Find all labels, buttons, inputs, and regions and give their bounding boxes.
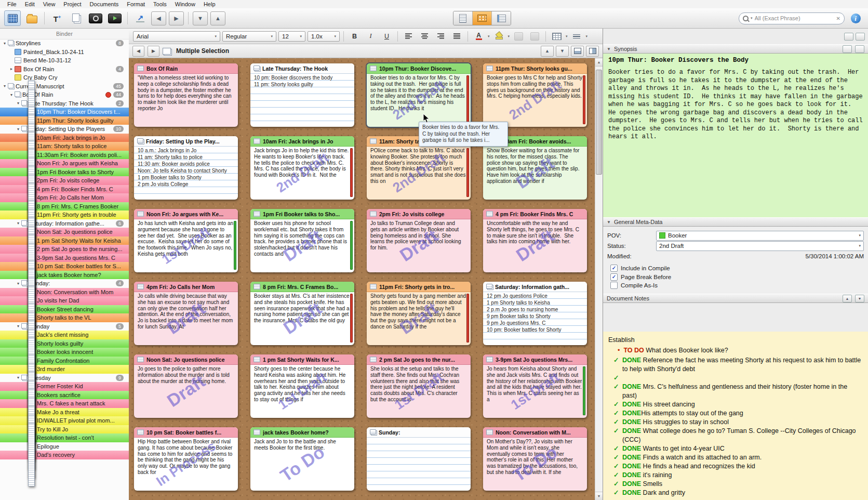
inspector-lock-icon[interactable] — [844, 33, 853, 41]
corkboard-scrollbar[interactable]: ▲ ▼ — [595, 58, 603, 500]
binder-item[interactable]: 1pm Fri Booker talks to Shorty — [0, 168, 129, 177]
binder-item[interactable]: Jack's client missing — [0, 331, 129, 339]
index-card[interactable]: Noon Sat: Jo questions policeJo goes to … — [134, 354, 238, 418]
move-down-button[interactable]: ▼ — [193, 11, 208, 25]
collections-button[interactable] — [23, 10, 40, 26]
text-color-button[interactable]: A — [472, 31, 486, 42]
italic-button[interactable]: I — [364, 31, 378, 42]
split-vertical-button[interactable] — [586, 46, 599, 57]
binder-item[interactable]: Noon: Conversation with Mom — [0, 288, 129, 297]
binder-item[interactable]: Cry Baby Cry — [0, 73, 129, 82]
binder-item[interactable]: 11:30am Fri: Booker avoids poli... — [0, 151, 129, 160]
move-up-button[interactable]: ▲ — [210, 11, 225, 25]
index-card[interactable]: 11pm Fri: Shorty gets in tro...Shorty ge… — [367, 282, 471, 345]
chevron-down-icon[interactable]: ▾ — [508, 34, 510, 38]
align-right-button[interactable] — [434, 31, 448, 42]
binder-item[interactable]: Family Confrontation — [0, 357, 129, 365]
index-card[interactable]: Noon: Conversation with M...On Mother's … — [483, 427, 587, 491]
index-card[interactable]: 2pm Fri: Jo visits collegeJo talks to Tr… — [367, 209, 471, 272]
binder-item[interactable]: ▾Storylines8 — [0, 39, 129, 48]
view-mode-document-button[interactable] — [453, 11, 472, 25]
binder-item[interactable]: ID/WALLET pivotal plot mom... — [0, 416, 129, 425]
search-clear-icon[interactable]: ✕ — [836, 16, 840, 21]
index-card[interactable]: 4pm Fri: Jo Calls her MomJo calls while … — [134, 282, 238, 345]
disclosure-triangle-icon[interactable]: ▾ — [2, 41, 8, 46]
notes-next-icon[interactable]: ▼ — [855, 295, 864, 302]
annotation-button[interactable] — [528, 31, 542, 42]
disclosure-triangle-icon[interactable]: ▾ — [15, 375, 21, 380]
binder-toggle-button[interactable] — [4, 10, 21, 26]
next-document-button[interactable]: ▼ — [556, 46, 569, 57]
binder-item[interactable]: 10 pm Sat: Booker battles for S... — [0, 262, 129, 271]
status-select[interactable]: 2nd Draft ▾ — [656, 241, 864, 251]
binder-item[interactable]: ▾Current Manuscript45 — [0, 82, 129, 91]
menu-help[interactable]: Help — [199, 1, 220, 7]
metadata-section-header[interactable]: ▼ General Meta-Data — [603, 217, 868, 227]
synopsis-auto-generate-icon[interactable] — [855, 45, 864, 53]
index-card[interactable]: 4 pm Fri: Booker Finds Mrs. CUncomfortab… — [483, 209, 587, 272]
index-card[interactable]: Sunday: — [367, 427, 471, 491]
index-card[interactable]: Friday: Setting Up the Play...10 a.m.: J… — [134, 136, 238, 200]
index-card[interactable]: Saturday: Information gath...12 pm Jo qu… — [483, 282, 587, 345]
binder-item[interactable]: ▾Tuesday9 — [0, 374, 129, 383]
line-spacing-select[interactable]: 1.0x▾ — [308, 31, 340, 42]
binder-item[interactable]: Epilogue — [0, 442, 129, 451]
font-style-select[interactable]: Regular▾ — [222, 31, 276, 42]
index-card[interactable]: jack takes Booker home?Jack and Jo to to… — [250, 427, 354, 491]
preserve-format-button[interactable] — [512, 31, 526, 42]
view-mode-outliner-button[interactable] — [491, 11, 511, 25]
align-center-button[interactable] — [418, 31, 432, 42]
binder-item[interactable]: Shorty talks to the VL — [0, 313, 129, 322]
binder-item[interactable]: 10am Fri: Jack brings in Jo — [0, 134, 129, 142]
font-family-select[interactable]: Arial▾ — [133, 31, 220, 42]
list-button[interactable] — [570, 31, 584, 42]
checkbox-checked-icon[interactable]: ✓ — [610, 273, 618, 281]
menu-format[interactable]: Format — [123, 1, 149, 7]
disclosure-triangle-icon[interactable]: ▾ — [8, 93, 15, 97]
history-back-button[interactable]: ◀ — [132, 46, 144, 57]
binder-item[interactable]: Noon Sat: Jo questions police — [0, 228, 129, 236]
chevron-down-icon[interactable]: ▾ — [566, 34, 568, 38]
highlight-button[interactable] — [492, 31, 506, 42]
index-card[interactable]: Box Of Rain"When a homeless street kid w… — [134, 63, 238, 127]
binder-item[interactable]: ▾Monday5 — [0, 322, 129, 331]
chevron-down-icon[interactable]: ▾ — [488, 34, 490, 38]
binder-item[interactable]: Try to Kill Jo — [0, 425, 129, 434]
binder-item[interactable]: Former Foster Kid — [0, 382, 129, 391]
menu-edit[interactable]: Edit — [21, 1, 39, 7]
forward-button[interactable]: ▶ — [169, 11, 184, 25]
binder-item[interactable]: 4 pm Fri: Booker Finds Mrs. C — [0, 185, 129, 194]
disclosure-triangle-icon[interactable]: ▾ — [2, 84, 8, 88]
index-card[interactable]: Noon Fri: Jo argues with Ke...Jo has lun… — [134, 209, 238, 272]
binder-item[interactable]: Booker looks innocent — [0, 348, 129, 357]
compose-mode-button[interactable] — [87, 10, 104, 26]
disclosure-triangle-icon[interactable]: ▾ — [15, 101, 21, 106]
align-justify-button[interactable] — [450, 31, 464, 42]
checkbox-checked-icon[interactable]: ✓ — [610, 265, 618, 272]
bold-button[interactable]: B — [348, 31, 362, 42]
synopsis-section-header[interactable]: ▼ Synopsis — [603, 44, 868, 54]
index-card[interactable]: 10 pm Sat: Booker battles f...Hip Hop ba… — [134, 427, 238, 491]
binder-item[interactable]: jack takes Booker home? — [0, 271, 129, 280]
index-card[interactable]: 2 pm Sat Jo goes to the nur...She looks … — [367, 354, 471, 418]
document-notes[interactable]: Establish • TO DO What does Booker look … — [603, 332, 868, 500]
disclosure-triangle-icon[interactable]: ▾ — [15, 281, 21, 286]
scroll-down-icon[interactable]: ▼ — [595, 492, 603, 500]
binder-item[interactable]: 3rd murder — [0, 365, 129, 374]
binder-item[interactable]: Painted_Black.10-24-11 — [0, 48, 129, 57]
synopsis-editor[interactable]: 10pm Thur: Booker Discovers the Body Boo… — [603, 54, 868, 217]
binder-item[interactable]: Make Jo a threat — [0, 408, 129, 417]
index-card[interactable]: 3-9pm Sat Jo questions Mrs...Jo hears fr… — [483, 354, 587, 418]
notes-section-header[interactable]: Document Notes ▲ ▼ — [603, 294, 868, 303]
back-button[interactable]: ◀ — [151, 11, 166, 25]
align-left-button[interactable] — [402, 31, 416, 42]
index-card[interactable]: 8 pm Fri: Mrs. C Frames Bo...Booker stay… — [250, 282, 354, 345]
index-card[interactable]: Late Thursday: The Hook10 pm: Booker dis… — [250, 63, 354, 127]
menu-window[interactable]: Window — [171, 1, 199, 7]
binder-item[interactable]: 11am: Shorty talks to police — [0, 142, 129, 151]
index-card[interactable]: 1pm Fri Booker talks to Sho...Booker use… — [250, 209, 354, 272]
menu-documents[interactable]: Documents — [86, 1, 123, 7]
view-mode-corkboard-button[interactable] — [472, 11, 491, 25]
binder-item[interactable]: 10pm Thur: Booker Discovers t... — [0, 108, 129, 116]
index-card[interactable]: 10pm Thur: Booker Discove...Booker tries… — [367, 63, 471, 127]
